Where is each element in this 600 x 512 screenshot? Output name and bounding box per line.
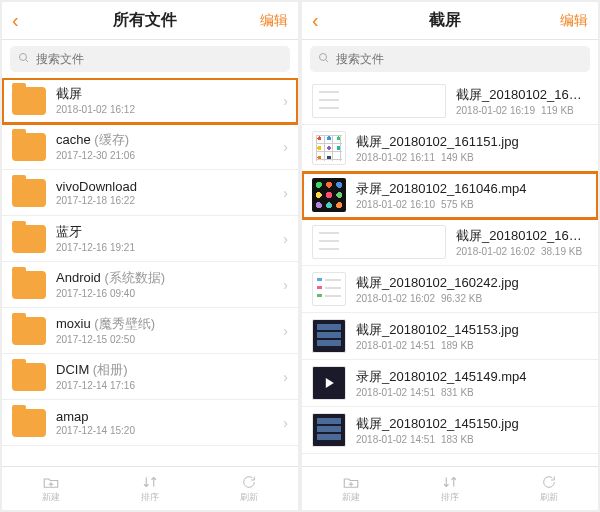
back-icon[interactable]: ‹: [312, 9, 342, 32]
page-title: 所有文件: [42, 10, 248, 31]
file-thumbnail: [312, 319, 346, 353]
folder-name: 截屏: [56, 85, 273, 103]
file-thumbnail: [312, 413, 346, 447]
row-info: 截屏_20180102_161151.jpg2018-01-02 16:1114…: [356, 133, 588, 164]
search-icon: [318, 52, 330, 67]
footer: 新建 排序 刷新: [302, 466, 598, 510]
file-row[interactable]: 截屏_20180102_145153.jpg2018-01-02 14:5118…: [302, 313, 598, 360]
sort-button[interactable]: 排序: [401, 467, 500, 510]
new-button[interactable]: 新建: [302, 467, 401, 510]
file-name: 截屏_20180102_161151.jpg: [356, 133, 588, 151]
search-bar[interactable]: [310, 46, 590, 72]
file-name: 截屏_20180102_145153.jpg: [356, 321, 588, 339]
search-input[interactable]: [336, 52, 582, 66]
folder-subtitle: 2018-01-02 16:12: [56, 103, 273, 116]
row-info: moxiu (魔秀壁纸)2017-12-15 02:50: [56, 315, 273, 346]
row-info: 蓝牙2017-12-16 19:21: [56, 223, 273, 254]
refresh-button[interactable]: 刷新: [499, 467, 598, 510]
row-info: 截屏_20180102_145150.jpg2018-01-02 14:5118…: [356, 415, 588, 446]
folder-icon: [12, 179, 46, 207]
chevron-right-icon: ›: [283, 415, 288, 431]
svg-line-5: [326, 59, 329, 62]
folder-icon: [12, 133, 46, 161]
file-meta: 2018-01-02 16:0238.19 KB: [456, 245, 588, 258]
svg-point-4: [320, 53, 327, 60]
file-row[interactable]: 录屏_20180102_145149.mp42018-01-02 14:5183…: [302, 360, 598, 407]
new-folder-icon: [342, 474, 360, 490]
row-info: 截屏_20180102_145153.jpg2018-01-02 14:5118…: [356, 321, 588, 352]
page-title: 截屏: [342, 10, 548, 31]
file-name: 截屏_20180102_160248.jpg: [456, 227, 588, 245]
file-meta: 2018-01-02 14:51831 KB: [356, 386, 588, 399]
new-button[interactable]: 新建: [2, 467, 101, 510]
file-row[interactable]: 截屏_20180102_160248.jpg2018-01-02 16:0238…: [302, 219, 598, 266]
sort-icon: [441, 474, 459, 490]
folder-name: amap: [56, 409, 273, 424]
header: ‹ 所有文件 编辑: [2, 2, 298, 40]
file-row[interactable]: 截屏_20180102_160242.jpg2018-01-02 16:0296…: [302, 266, 598, 313]
file-name: 录屏_20180102_161046.mp4: [356, 180, 588, 198]
file-row[interactable]: 截屏_20180102_161151.jpg2018-01-02 16:1114…: [302, 125, 598, 172]
folder-subtitle: 2017-12-30 21:06: [56, 149, 273, 162]
file-name: 截屏_20180102_161941.jpg: [456, 86, 588, 104]
refresh-label: 刷新: [240, 491, 258, 504]
folder-icon: [12, 271, 46, 299]
row-info: Android (系统数据)2017-12-16 09:40: [56, 269, 273, 300]
new-label: 新建: [342, 491, 360, 504]
file-meta: 2018-01-02 16:0296.32 KB: [356, 292, 588, 305]
file-name: 截屏_20180102_145150.jpg: [356, 415, 588, 433]
refresh-icon: [240, 474, 258, 490]
row-info: cache (缓存)2017-12-30 21:06: [56, 131, 273, 162]
folder-row[interactable]: Android (系统数据)2017-12-16 09:40›: [2, 262, 298, 308]
folder-icon: [12, 409, 46, 437]
footer: 新建 排序 刷新: [2, 466, 298, 510]
row-info: amap2017-12-14 15:20: [56, 409, 273, 437]
folder-subtitle: 2017-12-16 19:21: [56, 241, 273, 254]
row-info: vivoDownload2017-12-18 16:22: [56, 179, 273, 207]
folder-name: 蓝牙: [56, 223, 273, 241]
search-input[interactable]: [36, 52, 282, 66]
refresh-button[interactable]: 刷新: [199, 467, 298, 510]
file-row[interactable]: 截屏_20180102_145150.jpg2018-01-02 14:5118…: [302, 407, 598, 454]
file-thumbnail: [312, 84, 446, 118]
folder-row[interactable]: 截屏2018-01-02 16:12›: [2, 78, 298, 124]
folder-row[interactable]: 蓝牙2017-12-16 19:21›: [2, 216, 298, 262]
edit-button[interactable]: 编辑: [248, 12, 288, 30]
folder-row[interactable]: moxiu (魔秀壁纸)2017-12-15 02:50›: [2, 308, 298, 354]
file-thumbnail: [312, 225, 446, 259]
file-row[interactable]: 录屏_20180102_161046.mp42018-01-02 16:1057…: [302, 172, 598, 219]
folder-name: cache (缓存): [56, 131, 273, 149]
folder-icon: [12, 87, 46, 115]
folder-row[interactable]: cache (缓存)2017-12-30 21:06›: [2, 124, 298, 170]
row-info: 录屏_20180102_161046.mp42018-01-02 16:1057…: [356, 180, 588, 211]
sort-icon: [141, 474, 159, 490]
refresh-icon: [540, 474, 558, 490]
chevron-right-icon: ›: [283, 231, 288, 247]
folder-row[interactable]: DCIM (相册)2017-12-14 17:16›: [2, 354, 298, 400]
file-meta: 2018-01-02 14:51189 KB: [356, 339, 588, 352]
back-icon[interactable]: ‹: [12, 9, 42, 32]
new-folder-icon: [42, 474, 60, 490]
row-info: 截屏2018-01-02 16:12: [56, 85, 273, 116]
chevron-right-icon: ›: [283, 139, 288, 155]
folder-list: 截屏2018-01-02 16:12›cache (缓存)2017-12-30 …: [2, 78, 298, 466]
file-thumbnail: [312, 178, 346, 212]
folder-icon: [12, 225, 46, 253]
folder-icon: [12, 363, 46, 391]
folder-row[interactable]: vivoDownload2017-12-18 16:22›: [2, 170, 298, 216]
edit-button[interactable]: 编辑: [548, 12, 588, 30]
right-screen: ‹ 截屏 编辑 截屏_20180102_161941.jpg2018-01-02…: [302, 2, 598, 510]
file-thumbnail: [312, 131, 346, 165]
folder-subtitle: 2017-12-18 16:22: [56, 194, 273, 207]
file-row[interactable]: 截屏_20180102_161941.jpg2018-01-02 16:1911…: [302, 78, 598, 125]
file-meta: 2018-01-02 16:10575 KB: [356, 198, 588, 211]
chevron-right-icon: ›: [283, 277, 288, 293]
folder-subtitle: 2017-12-14 15:20: [56, 424, 273, 437]
row-info: 录屏_20180102_145149.mp42018-01-02 14:5183…: [356, 368, 588, 399]
header: ‹ 截屏 编辑: [302, 2, 598, 40]
sort-button[interactable]: 排序: [101, 467, 200, 510]
folder-row[interactable]: amap2017-12-14 15:20›: [2, 400, 298, 446]
row-info: 截屏_20180102_160248.jpg2018-01-02 16:0238…: [456, 227, 588, 258]
search-bar[interactable]: [10, 46, 290, 72]
file-meta: 2018-01-02 16:19119 KB: [456, 104, 588, 117]
